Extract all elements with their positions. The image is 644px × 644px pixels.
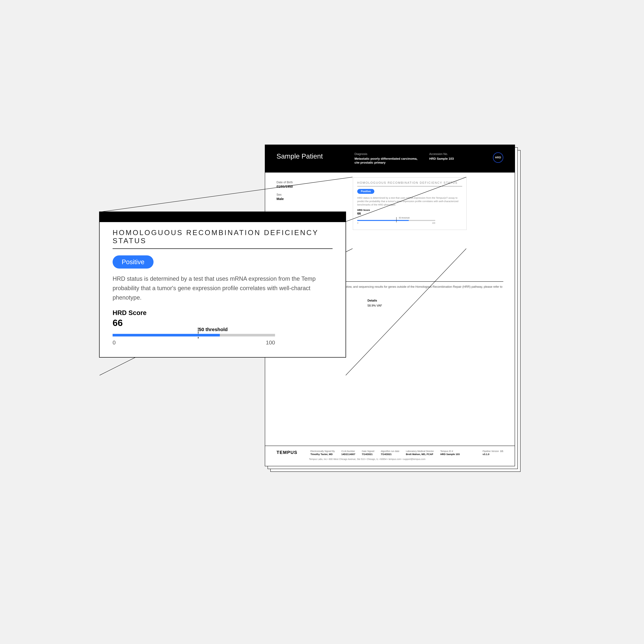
pipeline-value: v3.1.0 <box>483 453 503 456</box>
pipeline-label: Pipeline Version <box>483 450 499 452</box>
algo-label: Algorithm run date <box>381 450 399 452</box>
hrd-panel-small: HOMOLOGUOUS RECOMBINATION DEFICIENCY STA… <box>353 177 467 230</box>
report-footer: TEMPUS Electronically Signed By Timothy … <box>265 446 515 466</box>
axis-max-sm: 100 <box>432 222 435 224</box>
hrd-section-title-sm: HOMOLOGUOUS RECOMBINATION DEFICIENCY STA… <box>357 181 462 186</box>
page-indicator: 1/1 <box>500 450 503 452</box>
details-heading: Details <box>367 299 416 302</box>
hrd-score-value-sm: 66 <box>357 212 462 215</box>
accession-value: HRD Sample 103 <box>429 157 478 161</box>
clia-value: 14D2114007 <box>341 453 355 456</box>
footer-pipeline: Pipeline Version 1/1 v3.1.0 <box>483 450 503 456</box>
hrd-threshold-label: 50 threshold <box>199 327 228 332</box>
footer-clia: CLIA Number 14D2114007 <box>341 450 355 456</box>
footer-address: Tempus Labs, Inc • 600 West Chicago Aven… <box>309 458 503 460</box>
hrd-badge-icon: HRD <box>493 152 503 163</box>
director-value: Brett Mahon, MD, FCAP <box>406 453 434 456</box>
diagnosis-block: Diagnosis Metastatic poorly differentiat… <box>354 152 419 173</box>
footer-signed-by: Electronically Signed By Timothy Taxter,… <box>310 450 335 456</box>
tid-value: HRD Sample 103 <box>440 453 460 456</box>
accession-label: Accession No. <box>429 152 478 156</box>
hrd-section-title: HOMOLOGUOUS RECOMBINATION DEFICIENCY STA… <box>113 229 333 249</box>
date-signed-value: 7/14/2021 <box>362 453 374 456</box>
hrd-threshold-tick-sm <box>396 217 397 222</box>
hrd-threshold-label-sm: 50 threshold <box>399 217 462 219</box>
footer-tid: Tempus ID # HRD Sample 103 <box>440 450 460 456</box>
hrd-status-pill-sm: Positive <box>357 189 374 194</box>
hrd-axis-sm: 0 100 <box>357 222 435 224</box>
hrd-score-fill <box>113 334 220 336</box>
diagnosis-value: Metastatic poorly differentiated carcino… <box>354 157 419 165</box>
algo-value: 7/14/2021 <box>381 453 399 456</box>
director-label: Laboratory Medical Director <box>406 450 434 452</box>
hrd-score-label: HRD Score <box>113 309 333 316</box>
footer-algo: Algorithm run date 7/14/2021 <box>381 450 399 456</box>
hrd-score-fill-sm <box>357 220 409 221</box>
hrd-desc-line3: phenotype. <box>113 293 333 302</box>
footer-director: Laboratory Medical Director Brett Mahon,… <box>406 450 434 456</box>
hrd-description-sm: HRD status is determined by a test that … <box>357 196 462 206</box>
hrd-score-bar-sm <box>357 220 435 221</box>
hrd-score-track <box>113 334 275 336</box>
hrd-panel-zoom: HOMOLOGUOUS RECOMBINATION DEFICIENCY STA… <box>99 212 346 358</box>
report-header: Sample Patient Diagnosis Metastatic poor… <box>265 145 515 173</box>
hrd-desc-line1: HRD status is determined by a test that … <box>113 274 333 283</box>
diagnosis-label: Diagnosis <box>354 152 419 156</box>
hrd-score-value: 66 <box>113 317 333 328</box>
clia-label: CLIA Number <box>341 450 355 452</box>
accession-block: Accession No. HRD Sample 103 <box>429 152 478 173</box>
footer-date-signed: Date Signed 7/14/2021 <box>362 450 374 456</box>
signed-by-label: Electronically Signed By <box>310 450 335 452</box>
axis-max: 100 <box>266 339 275 346</box>
hrd-score-label-sm: HRD Score <box>357 209 462 211</box>
tid-label: Tempus ID # <box>440 450 460 452</box>
hrd-score-chart: 50 threshold 0 100 <box>113 334 277 346</box>
axis-min-sm: 0 <box>357 222 358 224</box>
variant-details: 58.9% VAF <box>367 304 416 307</box>
hrd-threshold-tick <box>198 328 199 338</box>
hrd-axis: 0 100 <box>113 339 275 346</box>
zoom-header-bar <box>100 212 346 222</box>
patient-name: Sample Patient <box>277 152 345 173</box>
hrd-desc-line2: probability that a tumor's gene expressi… <box>113 284 333 293</box>
tempus-logo: TEMPUS <box>277 450 297 455</box>
axis-min: 0 <box>113 339 116 346</box>
signed-by-value: Timothy Taxter, MD <box>310 453 335 456</box>
date-signed-label: Date Signed <box>362 450 374 452</box>
hrd-status-pill: Positive <box>113 255 154 269</box>
